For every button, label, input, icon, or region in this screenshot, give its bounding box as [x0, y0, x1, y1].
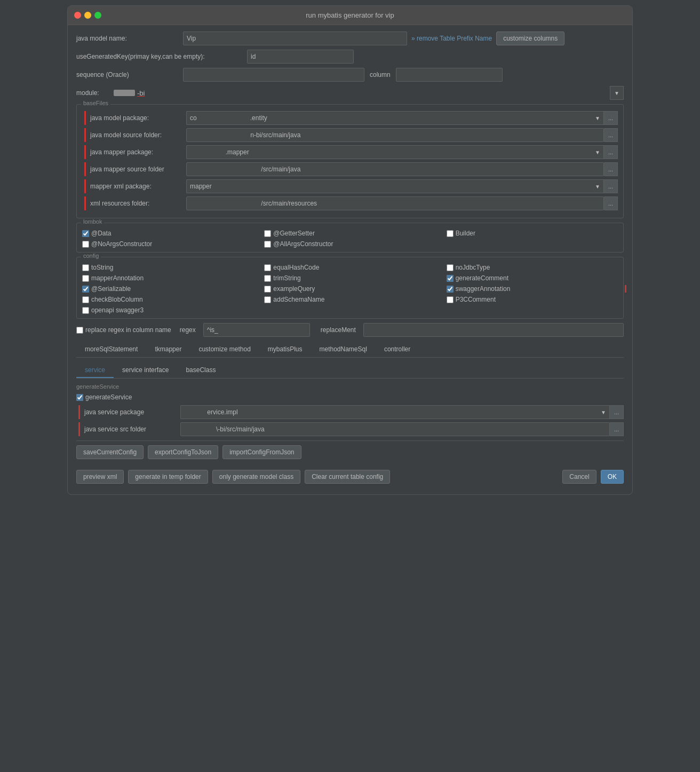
data-checkbox[interactable]: [82, 230, 89, 237]
no-jdbc-row[interactable]: noJdbcType: [447, 264, 618, 271]
cancel-button[interactable]: Cancel: [562, 470, 596, 484]
service-tab-content: generateService generateService java ser…: [76, 383, 624, 436]
java-model-source-input[interactable]: [186, 128, 604, 142]
replacement-input[interactable]: [363, 323, 624, 337]
example-query-row[interactable]: exampleQuery: [264, 285, 435, 293]
customize-columns-button[interactable]: customize columns: [496, 31, 564, 45]
to-string-checkbox[interactable]: [82, 264, 89, 271]
java-mapper-source-browse[interactable]: ...: [604, 162, 618, 176]
mapper-xml-input[interactable]: [186, 179, 592, 193]
mapper-xml-dropdown[interactable]: ▼: [592, 179, 604, 193]
getter-setter-checkbox[interactable]: [264, 230, 271, 237]
clear-table-button[interactable]: Clear current table config: [305, 470, 390, 484]
java-model-package-browse[interactable]: ...: [604, 111, 618, 125]
tab-more-sql[interactable]: moreSqlStatement: [76, 342, 146, 357]
java-mapper-source-input[interactable]: [186, 162, 604, 176]
no-jdbc-checkbox[interactable]: [447, 264, 454, 271]
sequence-input[interactable]: [183, 68, 364, 82]
no-args-checkbox-row[interactable]: @NoArgsConstructor: [82, 240, 253, 248]
equal-hash-row[interactable]: equalHashCode: [264, 264, 435, 271]
generate-comment-checkbox[interactable]: [447, 275, 454, 282]
regex-input[interactable]: [203, 323, 310, 337]
xml-resources-browse[interactable]: ...: [604, 196, 618, 210]
ok-button[interactable]: OK: [601, 470, 624, 484]
red-bar-service-1: [78, 405, 80, 419]
red-bar-indicator: [625, 285, 626, 293]
import-config-button[interactable]: importConfigFromJson: [222, 445, 301, 459]
java-service-package-dropdown[interactable]: ▼: [598, 405, 610, 419]
mapper-annotation-checkbox[interactable]: [82, 275, 89, 282]
tab-service-interface[interactable]: service interface: [114, 363, 177, 378]
mapper-annotation-row[interactable]: mapperAnnotation: [82, 274, 253, 282]
p3c-comment-checkbox[interactable]: [447, 296, 454, 303]
minimize-button[interactable]: [84, 12, 91, 19]
tab-customize-method[interactable]: customize method: [190, 342, 259, 357]
no-args-checkbox[interactable]: [82, 241, 89, 248]
generate-service-row[interactable]: generateService: [76, 393, 624, 401]
mapper-xml-label: mapper xml package:: [90, 183, 186, 190]
java-service-package-browse[interactable]: ...: [610, 405, 624, 419]
preview-xml-button[interactable]: preview xml: [76, 470, 124, 484]
java-model-package-input[interactable]: [186, 111, 592, 125]
swagger-annotation-row[interactable]: swaggerAnnotation: [447, 285, 618, 293]
java-service-src-row: java service src folder ...: [76, 422, 624, 436]
export-config-button[interactable]: exportConfigToJson: [148, 445, 218, 459]
replace-regex-checkbox[interactable]: [76, 327, 83, 334]
java-mapper-package-browse[interactable]: ...: [604, 145, 618, 159]
java-model-name-input[interactable]: [183, 31, 407, 45]
to-string-row[interactable]: toString: [82, 264, 253, 271]
primary-key-input[interactable]: [247, 50, 354, 64]
generate-comment-row[interactable]: generateComment: [447, 274, 618, 282]
java-mapper-package-row: java mapper package: ▼ ...: [82, 145, 618, 159]
data-checkbox-row[interactable]: @Data: [82, 230, 253, 237]
xml-resources-input[interactable]: [186, 196, 604, 210]
tab-mybatis-plus[interactable]: mybatisPlus: [259, 342, 311, 357]
replace-regex-row[interactable]: replace regex in column name: [76, 326, 171, 334]
all-args-checkbox[interactable]: [264, 241, 271, 248]
equal-hash-checkbox[interactable]: [264, 264, 271, 271]
getter-setter-checkbox-row[interactable]: @GetterSetter: [264, 230, 435, 237]
java-mapper-package-input[interactable]: [186, 145, 592, 159]
check-blob-checkbox[interactable]: [82, 296, 89, 303]
tab-method-name-sql[interactable]: methodNameSql: [311, 342, 376, 357]
serializable-checkbox[interactable]: [82, 286, 89, 293]
p3c-comment-row[interactable]: P3CComment: [447, 296, 618, 303]
java-model-name-row: java model name: » remove Table Prefix N…: [76, 31, 624, 45]
java-service-src-browse[interactable]: ...: [610, 422, 624, 436]
tab-service[interactable]: service: [76, 363, 114, 378]
column-input[interactable]: [396, 68, 503, 82]
module-dropdown-btn[interactable]: ▼: [610, 86, 624, 100]
check-blob-row[interactable]: checkBlobColumn: [82, 296, 253, 303]
example-query-checkbox[interactable]: [264, 286, 271, 293]
trim-string-row[interactable]: trimString: [264, 274, 435, 282]
save-config-button[interactable]: saveCurrentConfig: [76, 445, 144, 459]
java-service-package-input[interactable]: [180, 405, 598, 419]
maximize-button[interactable]: [94, 12, 101, 19]
tab-tkmapper[interactable]: tkmapper: [146, 342, 190, 357]
all-args-checkbox-row[interactable]: @AllArgsConstructor: [264, 240, 435, 248]
trim-string-checkbox[interactable]: [264, 275, 271, 282]
openapi-row[interactable]: openapi swagger3: [82, 306, 253, 314]
openapi-checkbox[interactable]: [82, 307, 89, 314]
swagger-annotation-checkbox[interactable]: [447, 286, 454, 293]
add-schema-checkbox[interactable]: [264, 296, 271, 303]
only-model-button[interactable]: only generate model class: [212, 470, 300, 484]
mapper-xml-browse[interactable]: ...: [604, 179, 618, 193]
add-schema-row[interactable]: addSchemaName: [264, 296, 435, 303]
builder-checkbox-row[interactable]: Builder: [447, 230, 618, 237]
window-title: run mybatis generator for vip: [306, 11, 394, 19]
java-model-source-browse[interactable]: ...: [604, 128, 618, 142]
java-service-src-input[interactable]: [180, 422, 610, 436]
generate-service-checkbox[interactable]: [76, 394, 83, 401]
java-mapper-package-dropdown[interactable]: ▼: [592, 145, 604, 159]
remove-prefix-button[interactable]: » remove Table Prefix Name: [411, 35, 492, 42]
java-service-package-input-group: ▼ ...: [180, 405, 624, 419]
tab-base-class[interactable]: baseClass: [177, 363, 224, 378]
no-args-label: @NoArgsConstructor: [91, 240, 152, 248]
java-model-package-dropdown[interactable]: ▼: [592, 111, 604, 125]
generate-temp-button[interactable]: generate in temp folder: [128, 470, 208, 484]
builder-checkbox[interactable]: [447, 230, 454, 237]
serializable-row[interactable]: @Serializable: [82, 285, 253, 293]
close-button[interactable]: [74, 12, 81, 19]
tab-controller[interactable]: controller: [376, 342, 419, 357]
